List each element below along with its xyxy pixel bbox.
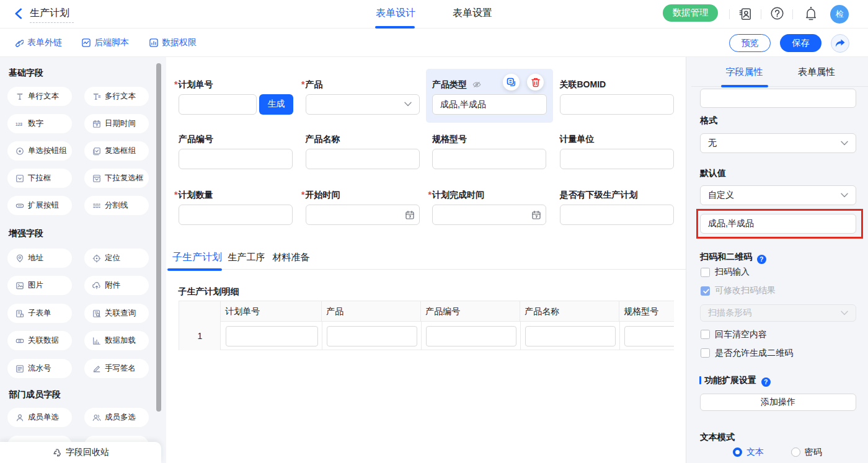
svg-text:123: 123 <box>16 121 22 126</box>
